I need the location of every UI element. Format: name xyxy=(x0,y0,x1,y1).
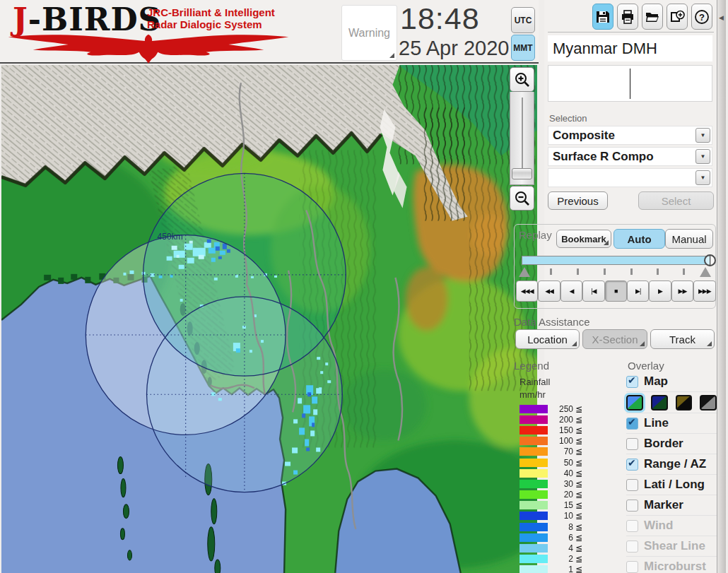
selection-dropdown[interactable]: ▼ xyxy=(548,168,712,187)
legend-value: 70 xyxy=(548,447,573,456)
map-style-swatches xyxy=(626,392,717,413)
overlay-checkbox[interactable]: ✔ xyxy=(626,520,638,532)
selection-dropdown[interactable]: Surface R Compo ▼ xyxy=(548,147,712,166)
overlay-row-map[interactable]: ✔ Map xyxy=(626,372,717,392)
warning-button[interactable]: Warning xyxy=(341,5,397,61)
header-bar: J-BIRDS JRC-Brilliant & Intelligent Rada… xyxy=(0,0,539,64)
manual-button[interactable]: Manual xyxy=(665,229,713,249)
replay-slider-handle[interactable] xyxy=(704,254,716,266)
open-folder-button[interactable] xyxy=(642,4,663,30)
select-button[interactable]: Select xyxy=(638,191,714,210)
chevron-down-icon[interactable]: ▼ xyxy=(695,149,710,164)
overlay-checkbox[interactable]: ✔ xyxy=(626,418,638,430)
legend-color-swatch xyxy=(519,555,548,563)
overlay-row[interactable]: ✔ Border xyxy=(626,434,717,454)
replay-tick-marks xyxy=(519,266,714,278)
zoom-in-button[interactable] xyxy=(510,67,534,92)
legend-row: 100 ≦ xyxy=(519,436,590,447)
station-name: Myanmar DMH xyxy=(548,35,712,61)
legend-color-swatch xyxy=(519,501,548,509)
collapse-left-icon[interactable]: ◀ xyxy=(719,14,724,21)
radar-map-viewport[interactable]: 450km xyxy=(1,65,537,573)
map-style-swatch[interactable] xyxy=(626,395,643,410)
overlay-row[interactable]: ✔ Lati / Long xyxy=(626,475,717,495)
location-button[interactable]: Location xyxy=(515,329,580,349)
playback-button[interactable]: ■ xyxy=(605,280,627,302)
legend-value: 50 xyxy=(548,458,573,468)
legend-value: 20 xyxy=(548,490,573,500)
selection-dropdown[interactable]: Composite ▼ xyxy=(548,126,712,145)
map-checkbox[interactable]: ✔ xyxy=(626,376,638,388)
legend-row: 8 ≦ xyxy=(519,521,590,532)
selection-section-label: Selection xyxy=(549,113,587,124)
legend-lte-sign: ≦ xyxy=(575,425,582,435)
map-style-swatch[interactable] xyxy=(676,395,693,410)
legend-section-label: Legend xyxy=(514,360,549,372)
legend-value: 4 xyxy=(548,543,573,553)
help-button[interactable]: ? xyxy=(691,4,712,30)
overlay-row[interactable]: ✔ Microburst xyxy=(626,557,717,573)
chevron-down-icon[interactable]: ▼ xyxy=(695,170,710,185)
legend-title-1: Rainfall xyxy=(519,376,590,389)
overlay-checkbox[interactable]: ✔ xyxy=(626,561,638,573)
playback-button[interactable]: ▶| xyxy=(627,280,649,302)
chevron-down-icon[interactable]: ▼ xyxy=(695,128,710,143)
playback-button[interactable]: ▶▶▶ xyxy=(693,280,715,302)
overlay-row-label: Microburst xyxy=(644,560,706,573)
radar-map: 450km xyxy=(1,65,537,573)
map-style-swatch[interactable] xyxy=(700,395,717,410)
previous-button[interactable]: Previous xyxy=(548,191,608,210)
zoom-in-icon xyxy=(514,71,531,88)
overlay-checkbox[interactable]: ✔ xyxy=(626,459,638,471)
zoom-out-button[interactable] xyxy=(510,186,534,211)
overlay-checkbox[interactable]: ✔ xyxy=(626,479,638,491)
overlay-row[interactable]: ✔ Range / AZ xyxy=(626,454,717,475)
save-icon xyxy=(595,9,611,25)
map-style-swatch[interactable] xyxy=(651,395,668,410)
legend-value: 1 xyxy=(548,565,573,573)
overlay-checkbox[interactable]: ✔ xyxy=(626,438,638,450)
legend-row: 2 ≦ xyxy=(519,554,590,565)
logo-title: J-BIRDS xyxy=(13,3,161,37)
overlay-checkbox[interactable]: ✔ xyxy=(626,540,638,553)
legend-color-swatch xyxy=(519,447,548,456)
track-button[interactable]: Track xyxy=(650,329,715,349)
zoom-slider-track[interactable] xyxy=(510,92,534,185)
control-panel: ? Myanmar DMH Selection Composite ▼ Surf… xyxy=(544,0,717,573)
playback-button[interactable]: ◀◀◀ xyxy=(516,280,538,302)
auto-button[interactable]: Auto xyxy=(613,229,665,249)
range-ring-label: 450km xyxy=(158,232,183,242)
print-button[interactable] xyxy=(617,4,638,30)
overlay-row[interactable]: ✔ Wind xyxy=(626,516,717,536)
svg-text:?: ? xyxy=(699,11,705,22)
overlay-row[interactable]: ✔ Marker xyxy=(626,495,717,516)
playback-button[interactable]: ▶▶ xyxy=(671,280,693,302)
legend-lte-sign: ≦ xyxy=(575,415,582,425)
legend-row: 1 ≦ xyxy=(519,565,590,573)
overlay-row[interactable]: ✔ Line xyxy=(626,413,717,434)
legend-value: 6 xyxy=(548,533,573,543)
playback-button[interactable]: |◀ xyxy=(582,280,604,302)
overlay-row[interactable]: ✔ Shear Line xyxy=(626,536,717,557)
capture-add-button[interactable] xyxy=(667,4,688,30)
legend-value: 200 xyxy=(548,415,573,425)
legend-lte-sign: ≦ xyxy=(575,447,582,456)
playback-button[interactable]: ◀ xyxy=(560,280,582,302)
xsection-button[interactable]: X-Section xyxy=(582,329,647,349)
legend-lte-sign: ≦ xyxy=(575,490,582,500)
mmt-button[interactable]: MMT xyxy=(511,35,535,61)
save-button[interactable] xyxy=(592,4,613,30)
utc-button[interactable]: UTC xyxy=(511,7,535,33)
replay-progress-slider[interactable] xyxy=(522,256,711,265)
legend-lte-sign: ≦ xyxy=(575,458,582,468)
print-icon xyxy=(620,9,635,25)
legend-color-swatch xyxy=(519,459,548,467)
playback-button[interactable]: ◀◀ xyxy=(538,280,560,302)
zoom-slider-handle[interactable] xyxy=(512,168,532,179)
bookmark-button[interactable]: Bookmark xyxy=(556,230,611,248)
overlay-checkbox[interactable]: ✔ xyxy=(626,500,638,512)
clock-time: 18:48 xyxy=(400,1,480,36)
panel-splitter[interactable]: ◀ xyxy=(717,0,726,573)
add-image-icon xyxy=(669,9,685,25)
playback-button[interactable]: ▶ xyxy=(649,280,671,302)
